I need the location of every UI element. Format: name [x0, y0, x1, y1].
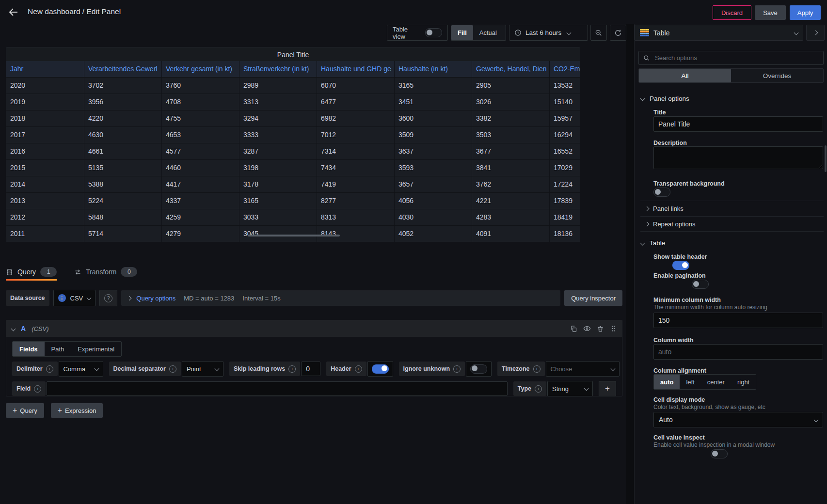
alignment-right[interactable]: right [731, 375, 756, 389]
tab-query[interactable]: Query 1 [6, 267, 57, 281]
table-cell: 4755 [162, 110, 239, 126]
panel-options-section-header[interactable]: Panel options [641, 95, 689, 102]
sidebar-scrollbar[interactable] [825, 145, 827, 172]
delimiter-select[interactable]: Comma [59, 361, 103, 377]
query-inspector-button[interactable]: Query inspector [564, 290, 622, 306]
table-cell: 3178 [239, 176, 317, 192]
column-header[interactable]: Haushalte und GHD ge [317, 61, 395, 77]
show-table-header-toggle[interactable] [672, 261, 689, 270]
tab-all[interactable]: All [639, 69, 731, 82]
pane-splitter[interactable] [626, 24, 634, 504]
query-options-link[interactable]: Query options [136, 295, 175, 302]
app-header: New dashboard / Edit Panel Discard Save … [0, 0, 827, 24]
table-section-header[interactable]: Table [641, 239, 665, 247]
chevron-down-icon [567, 31, 572, 35]
panel-title-input[interactable] [653, 116, 823, 132]
collapse-pane-button[interactable] [806, 25, 825, 41]
query-editor-body: Fields Path Experimental Delimiteri Comm… [6, 337, 622, 401]
column-header[interactable]: Jahr [6, 61, 84, 77]
add-field-button[interactable]: + [599, 381, 616, 396]
tab-overrides[interactable]: Overrides [731, 69, 823, 82]
datasource-help-button[interactable]: ? [99, 290, 117, 306]
type-select[interactable]: String [547, 381, 593, 396]
column-header[interactable]: Gewerbe, Handel, Dien [472, 61, 550, 77]
refresh-button[interactable] [610, 25, 626, 41]
header-toggle[interactable] [372, 364, 389, 374]
table-row: 201453884417317874193657376217224 [6, 176, 580, 192]
actual-option[interactable]: Actual [473, 25, 503, 40]
add-expression-button[interactable]: +Expression [51, 403, 103, 418]
tab-experimental[interactable]: Experimental [71, 342, 121, 356]
trash-icon[interactable] [597, 325, 604, 332]
discard-button[interactable]: Discard [713, 5, 751, 20]
field-input[interactable] [47, 381, 508, 396]
alignment-left[interactable]: left [680, 375, 700, 389]
skip-leading-rows-input[interactable] [301, 362, 320, 376]
cell-display-mode-select[interactable]: Auto [653, 412, 823, 427]
fill-actual-switcher: Fill Actual [451, 25, 506, 41]
table-cell: 4460 [162, 160, 239, 176]
options-search[interactable] [638, 51, 824, 65]
table-view-toggle[interactable] [425, 28, 442, 37]
visualization-picker[interactable]: Table [635, 25, 803, 41]
column-header[interactable]: Haushalte (in kt) [395, 61, 472, 77]
header-label: Headeri [326, 362, 366, 376]
table-cell: 3382 [472, 110, 550, 126]
timezone-select[interactable]: Choose [546, 361, 620, 377]
query-options-bar[interactable]: Query options MD = auto = 1283 Interval … [121, 290, 560, 306]
column-header[interactable]: Verkehr gesamt (in kt) [162, 61, 239, 77]
panel-links-section[interactable]: Panel links [640, 201, 824, 216]
collapse-icon[interactable] [11, 326, 16, 331]
tab-fields[interactable]: Fields [13, 342, 45, 356]
transparent-background-toggle[interactable] [653, 188, 670, 197]
alignment-center[interactable]: center [701, 375, 731, 389]
table-row: 201157144279304581434052409118136 [6, 225, 580, 242]
ignore-unknown-toggle[interactable] [470, 364, 487, 374]
options-search-input[interactable] [654, 54, 819, 62]
zoom-out-button[interactable] [590, 25, 607, 41]
table-cell: 17029 [550, 160, 580, 176]
table-row: 201258484259303383134030428318419 [6, 209, 580, 225]
table-cell: 16294 [550, 127, 580, 143]
column-header[interactable]: Verarbeitendes Gewerl [84, 61, 162, 77]
enable-pagination-toggle[interactable] [692, 280, 709, 289]
column-header[interactable]: Straßenverkehr (in kt) [239, 61, 317, 77]
decimal-separator-select[interactable]: Point [182, 361, 223, 377]
min-column-width-input[interactable] [653, 313, 823, 328]
duplicate-icon[interactable] [570, 325, 577, 332]
chevron-right-icon [813, 31, 818, 35]
repeat-options-section[interactable]: Repeat options [640, 216, 824, 232]
table-cell: 2020 [6, 78, 84, 94]
tab-transform[interactable]: Transform 0 [74, 267, 137, 281]
apply-button[interactable]: Apply [790, 5, 821, 20]
query-row-header[interactable]: A (CSV) [6, 320, 622, 337]
table-cell: 15140 [550, 94, 580, 110]
table-row: 201551354460319874343593384117029 [6, 159, 580, 176]
table-cell: 8313 [317, 209, 395, 225]
tab-path[interactable]: Path [45, 342, 71, 356]
description-textarea[interactable] [653, 146, 823, 169]
table-cell: 4661 [84, 143, 162, 159]
help-icon: ? [104, 294, 112, 302]
info-icon: i [46, 365, 53, 373]
cell-value-inspect-toggle[interactable] [711, 449, 728, 458]
panel-preview: Panel Title JahrVerarbeitendes GewerlVer… [6, 47, 580, 238]
column-width-input[interactable] [653, 344, 823, 360]
csv-options-row: Delimiteri Comma Decimal separatori Poin… [12, 361, 616, 377]
table-cell: 2011 [6, 226, 84, 242]
hide-response-icon[interactable] [583, 325, 591, 332]
csv-field-row: Fieldi Typei String + [12, 381, 616, 396]
save-button[interactable]: Save [755, 5, 786, 20]
column-header[interactable]: CO2-Emissionen gesar [550, 61, 580, 77]
datasource-picker[interactable]: ⋮ CSV [53, 290, 96, 306]
alignment-auto[interactable]: auto [654, 375, 680, 389]
add-query-button[interactable]: +Query [6, 403, 44, 418]
transform-icon [74, 268, 81, 276]
fill-option[interactable]: Fill [451, 25, 473, 40]
time-range-picker[interactable]: Last 6 hours [509, 25, 588, 41]
horizontal-scrollbar[interactable] [248, 235, 340, 236]
table-cell: 3600 [395, 110, 472, 126]
drag-handle-icon[interactable] [610, 325, 617, 332]
database-icon [6, 268, 13, 276]
back-button[interactable] [8, 6, 19, 18]
